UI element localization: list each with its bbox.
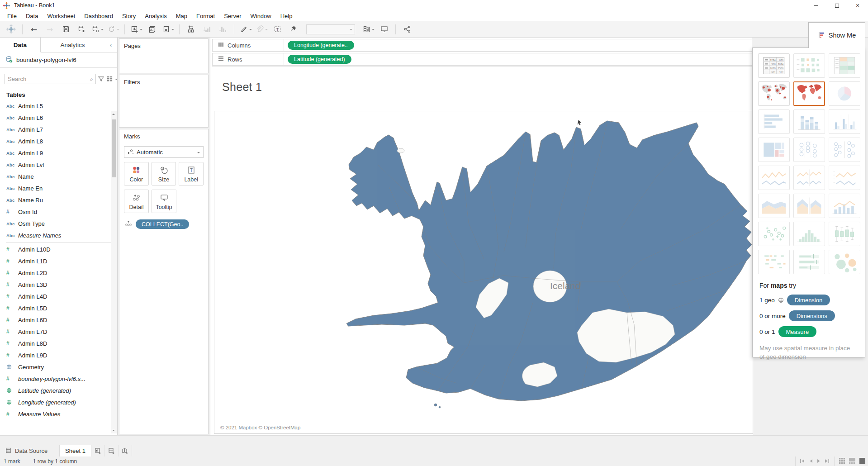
highlight-button[interactable] [239,23,252,36]
field-geometry[interactable]: Geometry [0,361,117,373]
menu-server[interactable]: Server [219,13,246,19]
view-tiles-icon[interactable] [839,458,845,465]
fix-map-pin-button[interactable] [287,23,299,36]
iceland-polygon[interactable] [346,121,752,401]
clear-sheet-button[interactable] [161,23,174,36]
menu-window[interactable]: Window [246,13,275,19]
scroll-down-icon[interactable] [112,430,115,431]
collapse-pane-icon[interactable]: ‹ [104,38,117,52]
menu-map[interactable]: Map [171,13,192,19]
showme-text-table[interactable]: 1234678368303426202568971322 [758,53,790,78]
view-options-icon[interactable] [106,76,113,82]
cell-size-caret[interactable] [372,29,375,32]
rows-shelf[interactable]: Rows Latitude (generated) [212,53,752,66]
menu-story[interactable]: Story [118,13,140,19]
collect-geometry-pill[interactable]: COLLECT(Geo.. [136,219,189,229]
tab-data[interactable]: Data [0,38,41,52]
add-data-source-button[interactable] [75,23,88,36]
field-osm-id[interactable]: #Osm Id [0,206,117,218]
field-measure-names[interactable]: AbcMeasure Names [0,229,117,241]
cell-size-button[interactable] [362,23,375,36]
field-name-en[interactable]: AbcName En [0,182,117,194]
goto-last-icon[interactable] [825,458,830,465]
map-attribution[interactable]: © 2021 Mapbox © OpenStreetMap [217,424,304,431]
menu-worksheet[interactable]: Worksheet [43,13,80,19]
scroll-up-icon[interactable] [112,114,115,115]
swap-rows-columns-button[interactable] [185,23,197,36]
filter-fields-icon[interactable] [98,76,104,82]
presentation-mode-button[interactable] [378,23,390,36]
undo-button[interactable]: ← [28,23,40,36]
field-measure-values[interactable]: #Measure Values [0,408,117,420]
search-input[interactable] [5,76,90,82]
menu-format[interactable]: Format [192,13,219,19]
menu-help[interactable]: Help [276,13,297,19]
data-source-tab[interactable]: Data Source [0,445,60,456]
goto-next-icon[interactable] [817,458,821,465]
field-admin-l6d[interactable]: #Admin L6D [0,314,117,326]
clear-sheet-caret[interactable] [171,29,174,32]
field-admin-l6[interactable]: AbcAdmin L6 [0,112,117,124]
field-admin-l8[interactable]: AbcAdmin L8 [0,135,117,147]
pause-auto-updates-caret[interactable] [101,29,104,32]
menu-dashboard[interactable]: Dashboard [80,13,118,19]
field-admin-l7[interactable]: AbcAdmin L7 [0,124,117,135]
view-presentation-icon[interactable] [859,458,865,465]
pages-shelf[interactable]: Pages [119,38,209,73]
field-admin-l10d[interactable]: #Admin L10D [0,243,117,255]
field-admin-l9[interactable]: AbcAdmin L9 [0,147,117,159]
field-admin-l4d[interactable]: #Admin L4D [0,290,117,302]
label-button[interactable]: T Label [179,162,204,185]
rows-pill-latitude[interactable]: Latitude (generated) [288,55,351,64]
goto-first-icon[interactable] [800,458,805,465]
field-admin-l1d[interactable]: #Admin L1D [0,255,117,267]
goto-previous-icon[interactable] [809,458,813,465]
save-button[interactable] [59,23,72,36]
scrollbar-thumb[interactable] [112,119,116,177]
field-admin-l7d[interactable]: #Admin L7D [0,326,117,338]
showme-symbol-map[interactable] [758,81,790,106]
field-name[interactable]: AbcName [0,171,117,182]
field-admin-l5[interactable]: AbcAdmin L5 [0,100,117,112]
menu-analysis[interactable]: Analysis [140,13,171,19]
tooltip-button[interactable]: Tooltip [152,190,176,213]
field-admin-l2d[interactable]: #Admin L2D [0,267,117,279]
new-worksheet-caret[interactable] [140,29,142,32]
new-dashboard-tab-button[interactable] [105,445,119,456]
fit-selector[interactable] [306,24,355,34]
menu-file[interactable]: File [3,13,21,19]
field-admin-l5d[interactable]: #Admin L5D [0,302,117,314]
tableau-home-icon[interactable] [5,23,17,36]
field-boundary-polygon-lvl6-s[interactable]: #boundary-polygon-lvl6.s... [0,373,117,385]
highlight-caret[interactable] [249,29,252,32]
field-latitude-generated[interactable]: Latitude (generated) [0,385,117,396]
view-filmstrip-icon[interactable] [849,458,855,465]
field-osm-type[interactable]: AbcOsm Type [0,218,117,229]
size-button[interactable]: Size [152,162,176,185]
columns-shelf[interactable]: Columns Longitude (generate.. [212,39,752,52]
show-mark-labels-button[interactable]: T [271,23,284,36]
map-view[interactable]: Iceland © 2021 Mapbox © OpenStreetMap [214,111,753,434]
new-worksheet-button[interactable] [130,23,142,36]
show-me-button[interactable]: Show Me [808,22,865,48]
field-name-ru[interactable]: AbcName Ru [0,194,117,206]
mark-type-dropdown[interactable]: Automatic [124,146,204,158]
maximize-button[interactable] [826,0,847,11]
menu-data[interactable]: Data [21,13,43,19]
tab-analytics[interactable]: Analytics [41,38,104,52]
minimize-button[interactable] [806,0,826,11]
search-input-box[interactable]: ⌕ [5,74,96,84]
columns-pill-longitude[interactable]: Longitude (generate.. [288,41,354,50]
detail-button[interactable]: Detail [124,190,149,213]
map-canvas[interactable]: Iceland [214,111,753,434]
filters-shelf[interactable]: Filters [119,75,209,128]
sheet1-tab[interactable]: Sheet 1 [60,445,91,456]
close-button[interactable]: × [847,0,868,11]
view-options-caret[interactable] [115,79,118,81]
share-button[interactable] [401,23,413,36]
datasource-item[interactable]: boundary-polygon-lvl6 [0,52,117,68]
new-worksheet-tab-button[interactable] [91,445,105,456]
field-longitude-generated[interactable]: Longitude (generated) [0,396,117,408]
field-admin-l8d[interactable]: #Admin L8D [0,338,117,349]
showme-filled-map[interactable] [793,81,825,106]
